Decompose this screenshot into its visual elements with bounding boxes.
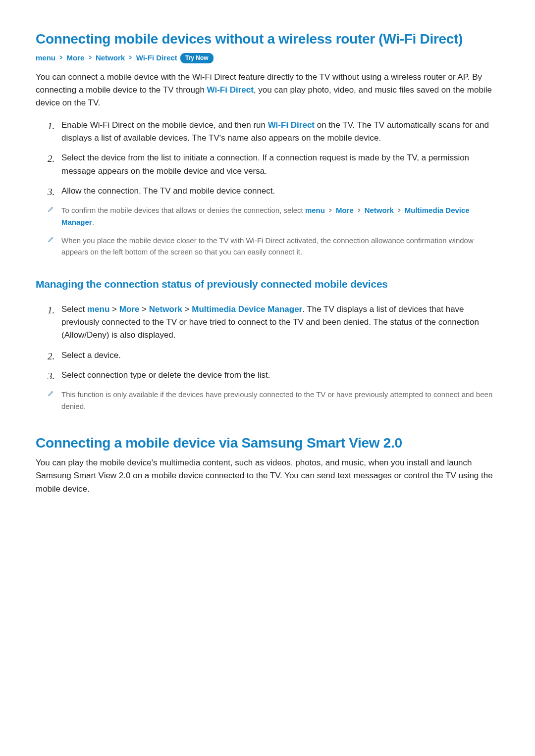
pencil-icon: [48, 236, 54, 243]
crumb-menu[interactable]: menu: [36, 53, 55, 62]
crumb-wifi-direct[interactable]: Wi-Fi Direct: [136, 53, 177, 62]
step-1: Enable Wi-Fi Direct on the mobile device…: [48, 119, 499, 145]
section-title: Connecting a mobile device via Samsung S…: [36, 433, 499, 454]
chevron-right-icon: >: [89, 52, 92, 63]
step-1: Select menu > More > Network > Multimedi…: [48, 303, 499, 342]
step-2: Select a device.: [48, 349, 499, 362]
note: This function is only available if the d…: [48, 389, 499, 412]
subsection-title: Managing the connection status of previo…: [36, 276, 499, 292]
chevron-right-icon: >: [329, 205, 331, 215]
try-now-badge[interactable]: Try Now: [180, 53, 214, 63]
note: To confirm the mobile devices that allow…: [48, 204, 499, 228]
pencil-icon: [48, 390, 54, 397]
chevron-right-icon: >: [398, 205, 400, 215]
chevron-right-icon: >: [142, 304, 147, 314]
chevron-right-icon: >: [129, 52, 132, 63]
body-paragraph: You can play the mobile device's multime…: [36, 456, 499, 496]
step-3: Allow the connection. The TV and mobile …: [48, 185, 499, 198]
note: When you place the mobile device closer …: [48, 235, 499, 258]
crumb-network[interactable]: Network: [96, 53, 125, 62]
chevron-right-icon: >: [185, 304, 190, 314]
crumb-more[interactable]: More: [67, 53, 85, 62]
wifi-direct-term: Wi-Fi Direct: [207, 85, 254, 95]
intro-paragraph: You can connect a mobile device with the…: [36, 71, 499, 110]
breadcrumb: menu > More > Network > Wi-Fi Direct Try…: [36, 52, 499, 64]
pencil-icon: [48, 205, 54, 212]
step-3: Select connection type or delete the dev…: [48, 369, 499, 382]
chevron-right-icon: >: [358, 205, 360, 215]
wifi-direct-term: Wi-Fi Direct: [268, 120, 315, 130]
chevron-right-icon: >: [59, 52, 62, 63]
chevron-right-icon: >: [112, 304, 117, 314]
step-2: Select the device from the list to initi…: [48, 151, 499, 178]
steps-list: Select menu > More > Network > Multimedi…: [48, 303, 499, 382]
section-title: Connecting mobile devices without a wire…: [36, 29, 499, 50]
steps-list: Enable Wi-Fi Direct on the mobile device…: [48, 119, 499, 198]
